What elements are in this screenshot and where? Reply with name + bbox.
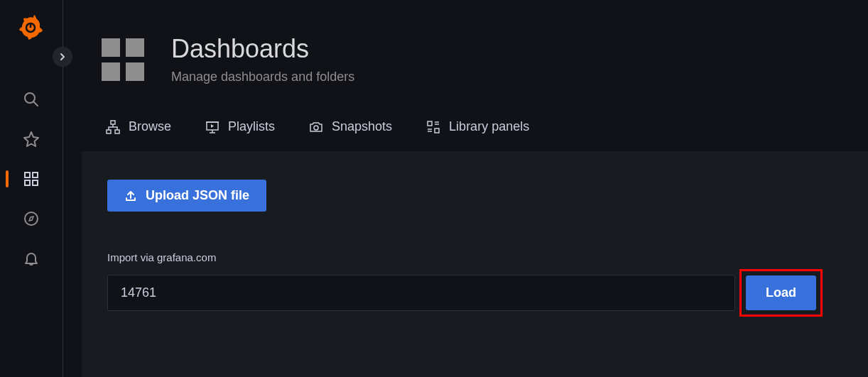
svg-rect-9 — [126, 38, 144, 57]
svg-rect-4 — [33, 173, 38, 177]
upload-button-label: Upload JSON file — [146, 188, 249, 203]
svg-rect-6 — [33, 180, 38, 185]
page-header: Dashboards Manage dashboards and folders — [63, 0, 868, 85]
search-icon — [23, 91, 40, 108]
import-label: Import via grafana.com — [107, 251, 842, 263]
sidebar — [0, 0, 63, 377]
svg-rect-3 — [25, 173, 30, 177]
svg-rect-11 — [126, 62, 144, 81]
upload-json-button[interactable]: Upload JSON file — [107, 180, 266, 212]
nav-dashboards[interactable] — [0, 159, 63, 199]
svg-rect-8 — [102, 38, 120, 57]
load-button[interactable]: Load — [746, 275, 816, 310]
svg-point-7 — [25, 212, 38, 225]
camera-icon — [309, 120, 323, 134]
presentation-icon — [205, 120, 219, 134]
nav-alerting[interactable] — [0, 239, 63, 278]
tab-playlists[interactable]: Playlists — [205, 114, 275, 140]
svg-line-2 — [33, 102, 38, 106]
svg-point-19 — [314, 126, 318, 130]
nav-search[interactable] — [0, 80, 63, 119]
content-area: Upload JSON file Import via grafana.com … — [82, 151, 868, 377]
tab-label: Library panels — [449, 119, 529, 134]
nav-starred[interactable] — [0, 119, 63, 159]
svg-rect-21 — [435, 129, 439, 133]
svg-rect-14 — [115, 130, 119, 133]
svg-rect-20 — [428, 121, 432, 126]
grafana-logo-icon[interactable] — [18, 14, 44, 40]
tab-snapshots[interactable]: Snapshots — [309, 114, 392, 140]
library-icon — [426, 120, 440, 134]
tabs-bar: Browse Playlists Snapshots Library panel… — [63, 85, 868, 140]
bell-icon — [23, 250, 40, 267]
svg-rect-13 — [107, 130, 111, 133]
svg-rect-10 — [102, 62, 120, 81]
svg-rect-12 — [111, 121, 115, 124]
svg-rect-5 — [25, 180, 30, 185]
star-icon — [23, 131, 40, 148]
page-subtitle: Manage dashboards and folders — [171, 70, 354, 84]
tab-label: Playlists — [228, 119, 275, 134]
tab-browse[interactable]: Browse — [106, 114, 171, 140]
main-content: Dashboards Manage dashboards and folders… — [63, 0, 868, 377]
tab-label: Snapshots — [332, 119, 392, 134]
tab-library-panels[interactable]: Library panels — [426, 114, 529, 140]
compass-icon — [23, 210, 40, 227]
import-id-input[interactable] — [107, 275, 735, 311]
page-title: Dashboards — [171, 34, 354, 64]
dashboards-icon — [23, 170, 40, 187]
nav-explore[interactable] — [0, 199, 63, 239]
import-section: Import via grafana.com Load — [107, 251, 842, 317]
upload-icon — [124, 190, 137, 202]
dashboards-page-icon — [97, 34, 148, 85]
sitemap-icon — [106, 120, 120, 134]
tab-label: Browse — [129, 119, 171, 134]
load-highlight: Load — [739, 269, 823, 317]
expand-sidebar-button[interactable] — [53, 47, 72, 67]
